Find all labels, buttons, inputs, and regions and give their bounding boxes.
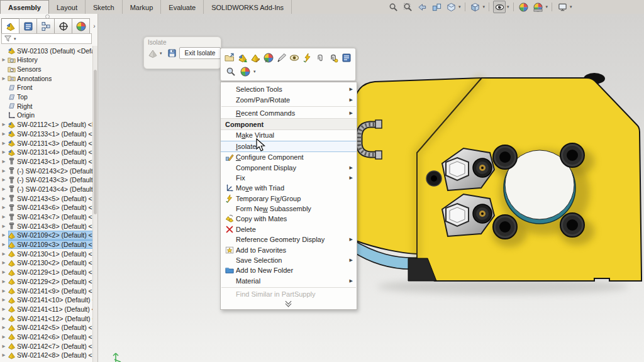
make-virtual-icon[interactable] [238,52,248,64]
edit-component-icon[interactable] [250,52,261,64]
tree-item[interactable]: ▶SW-02109<3> (Default) <<Def [0,240,93,250]
expand-arrow-icon[interactable]: ▶ [0,177,8,182]
tree-item[interactable]: ▶SW-02143<5> (Default) <Com [0,194,93,203]
menu-item-configure-component[interactable]: Configure Component [221,152,357,162]
expand-arrow-icon[interactable]: ▶ [0,334,8,339]
menu-item-material[interactable]: Material▶ [221,276,357,286]
tree-item[interactable]: ▶SW-02129<1> (Default) <<Def [0,268,93,277]
tree-item[interactable]: ▶SW-02131<4> (Default) <Defa [0,148,93,157]
menu-item-add-to-favorites[interactable]: Add to Favorites [221,244,357,255]
menu-item-copy-with-mates[interactable]: Copy with Mates [221,214,357,224]
expand-arrow-icon[interactable]: ▶ [0,325,8,330]
expand-arrow-icon[interactable]: ▶ [0,251,8,256]
tab-assembly[interactable]: Assembly [0,0,49,14]
tree-item[interactable]: ▶SW-02109<2> (Default) <<Def [0,231,93,240]
expand-arrow-icon[interactable]: ▶ [0,150,8,155]
tree-item[interactable]: ▶SW-02143<6> (Default) <Com [0,203,93,212]
expand-arrow-icon[interactable]: ▶ [0,187,8,192]
isolated-part-icon[interactable] [148,48,158,58]
menu-expand-chevron[interactable] [221,299,357,307]
apply-scene-icon[interactable] [532,1,545,13]
previous-view-icon[interactable] [416,1,428,13]
tree-item[interactable]: ▶SW-02142<6> (Default) <<Def [0,332,93,342]
expand-arrow-icon[interactable]: ▶ [0,344,8,349]
expand-arrow-icon[interactable]: ▶ [0,122,8,127]
annotation-views-icon[interactable] [445,1,457,13]
expand-arrow-icon[interactable]: ▶ [0,288,8,293]
expand-arrow-icon[interactable]: ▶ [0,316,8,321]
tree-scrollbar-thumb[interactable] [94,70,97,214]
tree-scrollbar[interactable] [92,46,97,362]
tree-item[interactable]: ▶SW-02131<3> (Default) <Defa [0,138,93,148]
filter-caret-icon[interactable]: ▾ [14,36,16,41]
menu-item-delete[interactable]: Delete [221,224,357,234]
tree-item[interactable]: ▶(-) SW-02143<2> (Default) <Co [0,166,93,175]
graphics-area[interactable]: Isolate ▾ Exit Isolate ▾ Selection Tools… [98,14,644,362]
expand-arrow-icon[interactable]: ▶ [0,224,8,229]
apply-scene-icon-dropdown[interactable]: ▾ [546,4,548,9]
expand-arrow-icon[interactable]: ▶ [0,168,8,173]
displaymanager-tab-tab[interactable] [72,18,90,34]
propertymanager-tab-tab[interactable] [19,18,37,34]
tree-filter[interactable]: ▾ [1,33,92,44]
tree-item[interactable]: ▶SW-02143<7> (Default) <Com [0,212,93,222]
tree-item[interactable]: ▶SW-02133<1> (Default) <Defa [0,129,93,139]
configurationmanager-tab-tab[interactable] [36,18,55,34]
expand-arrow-icon[interactable]: ▶ [0,196,8,201]
tree-item[interactable]: ▶SW-02143<8> (Default) <Com [0,221,93,231]
tab-evaluate[interactable]: Evaluate [161,0,204,14]
zoom-to-selection-icon[interactable] [225,66,236,78]
menu-item-move-with-triad[interactable]: Move with Triad [221,183,357,193]
expand-arrow-icon[interactable]: ▶ [0,159,8,164]
tree-item[interactable]: ▶SW-02142<8> (Default) <<Def [0,351,93,360]
menu-item-isolate[interactable]: Isolate [221,141,357,152]
dimxpert-tab-tab[interactable] [54,18,72,34]
menu-item-add-to-new-folder[interactable]: Add to New Folder [221,265,357,275]
expand-arrow-icon[interactable]: ▶ [0,57,8,62]
expand-arrow-icon[interactable]: ▶ [0,260,8,265]
panel-more-chevron[interactable]: › [89,19,98,33]
view-settings-icon[interactable] [556,1,569,13]
appearance-ball-icon[interactable] [239,66,251,78]
hide-component-icon[interactable] [289,52,300,64]
appearance-callout-icon[interactable] [264,52,274,64]
tab-layout[interactable]: Layout [49,0,86,14]
component-properties-icon[interactable] [341,52,352,64]
isolate-dropdown-caret-icon[interactable]: ▾ [160,51,162,56]
expand-arrow-icon[interactable]: ▶ [0,270,8,275]
tree-root-item[interactable]: SW-02103 (Default) <Default_Displa [0,46,93,55]
zoom-area-icon[interactable] [401,1,414,13]
tree-item[interactable]: ▶SW-02141<11> (Default) <<De [0,305,93,314]
expand-arrow-icon[interactable]: ▶ [0,242,8,247]
temporary-fix-icon[interactable] [303,52,313,64]
tree-item[interactable]: ▶SW-02142<5> (Default) <<Def [0,323,93,332]
view-orientation-icon-dropdown[interactable]: ▾ [483,4,486,9]
expand-arrow-icon[interactable]: ▶ [0,233,8,238]
menu-item-fix[interactable]: Fix▶ [221,173,357,183]
menu-item-form-new-subassembly[interactable]: Form New Subassembly [221,204,357,214]
expand-arrow-icon[interactable]: ▶ [0,353,8,358]
tree-item[interactable]: Origin [0,111,93,120]
tree-item[interactable]: ▶SW-02142<7> (Default) <<Def [0,341,93,351]
hide-show-items-icon-dropdown[interactable]: ▾ [507,4,509,9]
tree-item[interactable]: Sensors [0,65,93,74]
tree-item[interactable]: Front [0,83,93,92]
expand-arrow-icon[interactable]: ▶ [0,131,8,136]
expand-arrow-icon[interactable]: ▶ [0,297,8,302]
hide-show-items-icon[interactable] [493,1,506,13]
section-view-icon[interactable] [430,1,443,13]
tree-item[interactable]: Top [0,92,93,102]
tree-item[interactable]: ▶SW-02112<1> (Default) <Defa [0,120,93,129]
exit-isolate-button[interactable]: Exit Isolate [179,47,221,59]
mate-paperclip-icon[interactable] [315,52,326,64]
view-orientation-icon[interactable] [469,1,482,13]
tree-item[interactable]: ▶SW-02130<1> (Default) <<Def [0,249,93,258]
menu-item-recent-commands[interactable]: Recent Commands▶ [221,108,357,118]
expand-arrow-icon[interactable]: ▶ [0,141,8,146]
pen-icon[interactable] [276,52,287,64]
view-mates-icon[interactable] [328,52,339,64]
menu-item-zoom-pan-rotate[interactable]: Zoom/Pan/Rotate▶ [221,94,357,104]
menu-item-selection-tools[interactable]: Selection Tools▶ [221,84,357,94]
expand-arrow-icon[interactable]: ▶ [0,205,8,210]
tab-markup[interactable]: Markup [123,0,162,14]
